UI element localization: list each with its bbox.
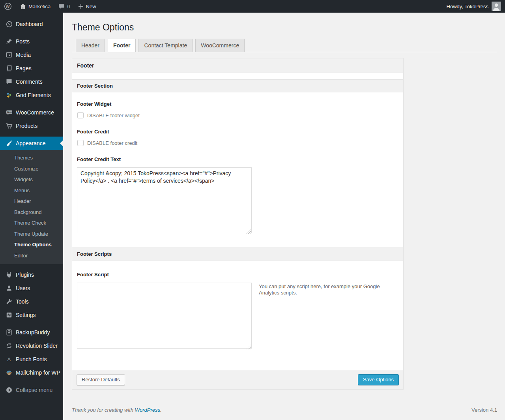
submenu-item-header[interactable]: Header [0, 196, 63, 207]
save-options-button[interactable]: Save Options [358, 374, 399, 385]
sidebar-item-revolution-slider[interactable]: Revolution Slider [0, 339, 63, 352]
menu-separator [0, 322, 63, 326]
sidebar-item-products[interactable]: Products [0, 119, 63, 133]
sidebar-item-media[interactable]: Media [0, 48, 63, 62]
pushpin-icon [6, 38, 13, 45]
sidebar-item-label: Users [16, 285, 30, 291]
sidebar-item-pages[interactable]: Pages [0, 62, 63, 75]
user-icon [6, 285, 13, 292]
sidebar-item-label: Media [16, 52, 31, 58]
restore-defaults-button[interactable]: Restore Defaults [77, 374, 125, 385]
sidebar-item-dashboard[interactable]: Dashboard [0, 17, 63, 31]
sidebar-item-label: MailChimp for WP [16, 369, 60, 376]
sidebar-item-label: Comments [16, 79, 43, 85]
comment-bubble-icon [58, 4, 65, 9]
section-heading-footer-scripts: Footer Scripts [72, 248, 403, 261]
footer-script-input[interactable] [77, 283, 252, 349]
site-name-menu[interactable]: Marketica [16, 0, 54, 13]
sidebar-item-label: Revolution Slider [16, 343, 58, 349]
submenu-item-menus[interactable]: Menus [0, 185, 63, 196]
sidebar-item-label: Appearance [16, 140, 46, 146]
tab-woocommerce[interactable]: WooCommerce [195, 39, 245, 52]
thanks-prefix: Thank you for creating with [72, 407, 135, 413]
submenu-item-customize[interactable]: Customize [0, 163, 63, 174]
tab-contact-template[interactable]: Contact Template [138, 39, 193, 52]
menu-separator [0, 379, 63, 383]
sidebar-item-settings[interactable]: Settings [0, 308, 63, 322]
submenu-item-theme-options[interactable]: Theme Options [0, 239, 63, 250]
letter-a-icon: A [6, 356, 13, 363]
disable-footer-widget-checkbox[interactable] [77, 112, 84, 118]
comments-menu[interactable]: 0 [54, 0, 74, 13]
sidebar-item-grid-elements[interactable]: Grid Elements [0, 88, 63, 102]
sidebar-item-comments[interactable]: Comments [0, 75, 63, 88]
sliders-icon [6, 311, 13, 319]
woocommerce-icon: Woo [6, 109, 13, 116]
svg-text:Woo: Woo [7, 111, 12, 113]
refresh-icon [6, 342, 13, 349]
menu-separator [0, 133, 63, 137]
sidebar-item-mailchimp[interactable]: MailChimp for WP [0, 366, 63, 379]
svg-text:W: W [6, 4, 10, 9]
sidebar-item-punch-fonts[interactable]: A Punch Fonts [0, 352, 63, 366]
submenu-item-themes[interactable]: Themes [0, 152, 63, 163]
plus-icon [78, 4, 84, 9]
footer-credit-text-input[interactable]: Copyright &copy; 2015 TokoPress<span><a … [77, 167, 252, 233]
page-title: Theme Options [72, 22, 497, 33]
field-label: Footer Credit Text [77, 156, 398, 162]
panel-title: Footer [72, 58, 403, 73]
sidebar-item-plugins[interactable]: Plugins [0, 268, 63, 281]
media-icon [6, 51, 13, 58]
howdy-text[interactable]: Howdy, TokoPress [447, 4, 488, 9]
submenu-item-theme-check[interactable]: Theme Check [0, 218, 63, 229]
panel-spacer [72, 73, 403, 79]
sidebar-item-users[interactable]: Users [0, 281, 63, 295]
sidebar-item-appearance[interactable]: Appearance [0, 137, 63, 150]
home-icon [20, 3, 26, 9]
sidebar-item-label: Tools [16, 298, 29, 305]
theme-options-panel: Footer Footer Section Footer Widget DISA… [72, 58, 404, 390]
plugin-icon [6, 271, 13, 278]
admin-sidebar: Dashboard Posts Media Pages Comments Gri… [0, 13, 63, 420]
field-label: Footer Widget [77, 101, 398, 107]
tab-header[interactable]: Header [76, 39, 105, 52]
comment-count: 0 [67, 4, 70, 9]
submenu-item-theme-update[interactable]: Theme Update [0, 229, 63, 240]
sidebar-item-label: Settings [16, 312, 36, 318]
comment-icon [6, 78, 13, 85]
tab-footer[interactable]: Footer [108, 39, 136, 52]
footer-credit-field: Footer Credit DISABLE footer credit [77, 129, 398, 146]
sidebar-item-woocommerce[interactable]: Woo WooCommerce [0, 106, 63, 119]
wordpress-logo-menu[interactable]: W [0, 0, 16, 13]
sidebar-item-posts[interactable]: Posts [0, 35, 63, 48]
appearance-submenu: Themes Customize Widgets Menus Header Ba… [0, 150, 63, 264]
wordpress-link[interactable]: WordPress [135, 407, 160, 413]
sidebar-item-label: Plugins [16, 272, 34, 278]
wordpress-logo-icon: W [4, 2, 12, 10]
collapse-menu-button[interactable]: Collapse menu [0, 383, 63, 397]
sidebar-item-backupbuddy[interactable]: BackupBuddy [0, 326, 63, 339]
collapse-menu-label: Collapse menu [16, 387, 52, 393]
submenu-item-editor[interactable]: Editor [0, 250, 63, 261]
field-label: Footer Credit [77, 129, 398, 135]
disable-footer-widget-row: DISABLE footer widget [77, 112, 398, 118]
monkey-icon [6, 369, 13, 376]
pages-icon [6, 65, 13, 72]
submenu-item-background[interactable]: Background [0, 207, 63, 218]
cart-icon [6, 122, 13, 129]
sidebar-item-tools[interactable]: Tools [0, 295, 63, 308]
disable-footer-credit-checkbox[interactable] [77, 140, 84, 146]
disable-footer-credit-row: DISABLE footer credit [77, 140, 398, 146]
avatar[interactable] [492, 2, 501, 11]
wrench-icon [6, 298, 13, 305]
collapse-arrow-icon [6, 386, 13, 394]
menu-separator [0, 102, 63, 106]
menu-separator [0, 31, 63, 35]
sidebar-item-label: Pages [16, 65, 32, 71]
new-label: New [86, 4, 96, 9]
new-menu[interactable]: New [74, 0, 100, 13]
submenu-item-widgets[interactable]: Widgets [0, 174, 63, 185]
admin-footer: Thank you for creating with WordPress. V… [72, 407, 497, 413]
footer-script-field: Footer Script You can put any script her… [77, 272, 398, 350]
sidebar-item-label: Products [16, 123, 37, 129]
